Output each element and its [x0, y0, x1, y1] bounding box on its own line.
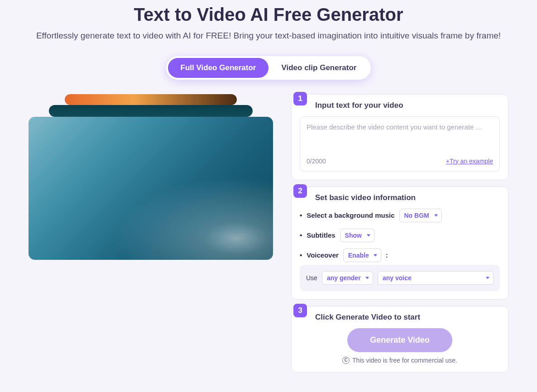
char-count: 0/2000: [307, 158, 326, 165]
cc-icon: C: [342, 357, 350, 364]
tab-full-video[interactable]: Full Video Generator: [168, 58, 269, 78]
bullet-icon: •: [300, 231, 302, 239]
step-1-title: Input text for your video: [315, 101, 500, 110]
try-example-link[interactable]: +Try an example: [446, 158, 493, 165]
mode-tabs: Full Video Generator Video clip Generato…: [0, 56, 537, 80]
voiceover-row: • Voiceover Enable :: [300, 249, 500, 262]
generate-video-button[interactable]: Generate Video: [347, 328, 452, 352]
subtitles-select[interactable]: Show: [340, 229, 374, 242]
preview-stack: [29, 94, 273, 262]
bgm-row: • Select a background music No BGM: [300, 209, 500, 222]
gender-select[interactable]: any gender: [322, 271, 373, 285]
bgm-select[interactable]: No BGM: [399, 209, 442, 222]
subtitles-label: Subtitles: [307, 231, 335, 239]
voiceover-label: Voiceover: [307, 251, 339, 259]
preview-card-mid: [49, 105, 253, 117]
bullet-icon: •: [300, 211, 302, 219]
step-3-card: 3 Click Generate Video to start Generate…: [291, 306, 508, 373]
preview-card-back: [65, 94, 237, 105]
step-1-card: 1 Input text for your video 0/2000 +Try …: [291, 94, 508, 180]
text-input-box: 0/2000 +Try an example: [300, 116, 500, 172]
step-badge-3: 3: [293, 304, 307, 317]
preview-column: [29, 94, 273, 373]
page-subtitle: Effortlessly generate text to video with…: [29, 29, 508, 43]
use-label: Use: [306, 274, 317, 282]
subtitles-row: • Subtitles Show: [300, 229, 500, 242]
form-column: 1 Input text for your video 0/2000 +Try …: [291, 94, 508, 373]
step-badge-2: 2: [293, 184, 307, 198]
page-title: Text to Video AI Free Generator: [0, 0, 537, 25]
step-3-title: Click Generate Video to start: [315, 313, 500, 322]
voice-select[interactable]: any voice: [378, 271, 494, 285]
preview-card-front: [29, 117, 273, 260]
license-row: C This video is free for commercial use.: [300, 357, 500, 364]
tab-video-clip[interactable]: Video clip Generator: [268, 58, 369, 78]
step-2-card: 2 Set basic video information • Select a…: [291, 186, 508, 300]
colon: :: [386, 251, 388, 259]
voice-sub-panel: Use any gender any voice: [300, 265, 500, 291]
step-2-title: Set basic video information: [315, 193, 500, 202]
bgm-label: Select a background music: [307, 211, 394, 219]
license-text: This video is free for commercial use.: [352, 357, 457, 364]
voiceover-select[interactable]: Enable: [343, 249, 381, 262]
bullet-icon: •: [300, 251, 302, 259]
video-description-input[interactable]: [307, 123, 493, 152]
step-badge-1: 1: [293, 92, 307, 105]
